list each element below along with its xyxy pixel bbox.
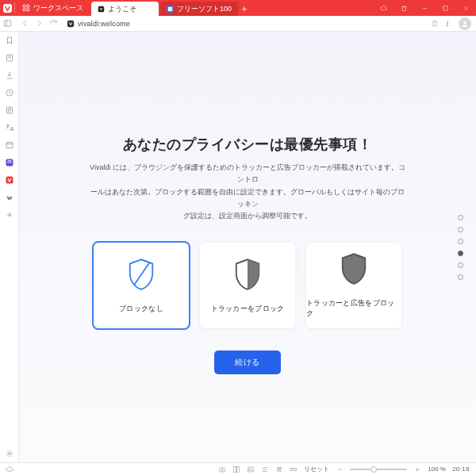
vivaldi-favicon-icon xyxy=(98,6,105,13)
svg-point-12 xyxy=(447,23,447,24)
window-controls xyxy=(414,0,476,16)
images-toggle-icon[interactable] xyxy=(247,465,255,473)
svg-rect-31 xyxy=(280,467,281,471)
svg-rect-1 xyxy=(23,5,25,7)
menu-dots-icon[interactable] xyxy=(441,20,454,28)
shield-full-icon xyxy=(340,252,368,285)
zoom-slider-thumb[interactable] xyxy=(370,466,377,473)
page-indicator[interactable] xyxy=(458,215,463,280)
page-dot[interactable] xyxy=(458,239,463,244)
history-panel-icon[interactable] xyxy=(4,87,15,98)
status-bar: リセット 100 % 20:18 xyxy=(0,462,476,475)
profile-avatar[interactable] xyxy=(454,17,476,30)
svg-point-14 xyxy=(463,21,466,24)
page-dot[interactable] xyxy=(458,215,463,220)
window-panel-icon[interactable] xyxy=(4,140,15,151)
add-panel-button[interactable] xyxy=(4,209,15,220)
tab-strip: ようこそ フリーソフト100 ＋ xyxy=(91,0,373,16)
trash-icon[interactable] xyxy=(393,0,414,16)
bookmark-button[interactable] xyxy=(428,20,441,28)
tab-label: ようこそ xyxy=(108,4,136,14)
card-block-none[interactable]: ブロックなし xyxy=(94,243,189,328)
shield-half-icon xyxy=(233,258,262,291)
zoom-out-button[interactable] xyxy=(336,465,344,473)
zoom-in-button[interactable] xyxy=(413,465,421,473)
back-button[interactable] xyxy=(17,19,32,28)
workspace-label: ワークスペース xyxy=(33,3,83,13)
page-actions-icon[interactable] xyxy=(261,465,269,473)
svg-rect-7 xyxy=(168,6,172,10)
card-block-trackers-ads[interactable]: トラッカーと広告をブロック xyxy=(306,243,401,328)
ruler-icon[interactable] xyxy=(290,465,298,473)
tiling-icon[interactable] xyxy=(232,465,240,473)
zoom-value: 100 % xyxy=(428,465,446,473)
svg-rect-10 xyxy=(67,20,74,26)
page-dot[interactable] xyxy=(458,274,463,280)
side-panel: W xyxy=(0,32,19,462)
page-dot[interactable] xyxy=(458,262,463,268)
sync-cloud-icon[interactable] xyxy=(373,0,393,16)
svg-point-13 xyxy=(447,25,447,25)
minimize-button[interactable] xyxy=(414,0,435,16)
settings-panel-icon[interactable] xyxy=(4,448,15,459)
zoom-reset-label[interactable]: リセット xyxy=(304,465,329,473)
panel-toggle-button[interactable] xyxy=(0,19,14,28)
close-button[interactable] xyxy=(455,0,476,16)
svg-rect-5 xyxy=(98,6,105,12)
svg-rect-9 xyxy=(4,21,10,26)
welcome-description: Vivaldi には、ブラウジングを保護するためのトラッカーと広告ブロッカーが搭… xyxy=(89,162,406,222)
clock[interactable]: 20:18 xyxy=(452,465,470,473)
address-bar: vivaldi:welcome xyxy=(0,16,476,32)
tab-welcome[interactable]: ようこそ xyxy=(91,2,159,16)
card-label: トラッカーと広告をブロック xyxy=(306,298,401,319)
svg-point-29 xyxy=(249,468,250,469)
vivaldi-logo-icon[interactable] xyxy=(0,0,14,16)
tab-freesoft100[interactable]: フリーソフト100 xyxy=(160,2,238,16)
svg-text:W: W xyxy=(6,195,12,201)
welcome-heading: あなたのプライバシーは最優先事項！ xyxy=(123,135,373,154)
svg-rect-26 xyxy=(234,466,236,472)
page-content: あなたのプライバシーは最優先事項！ Vivaldi には、ブラウジングを保護する… xyxy=(19,32,476,462)
translate-panel-icon[interactable] xyxy=(4,122,15,133)
wikipedia-panel-icon[interactable]: W xyxy=(4,192,15,203)
site-favicon-icon xyxy=(167,6,174,13)
url-field[interactable]: vivaldi:welcome xyxy=(63,20,428,28)
page-dot[interactable] xyxy=(458,227,463,232)
new-tab-button[interactable]: ＋ xyxy=(238,2,251,16)
titlebar: ワークスペース ようこそ フリーソフト100 ＋ xyxy=(0,0,476,16)
svg-rect-30 xyxy=(278,467,278,471)
svg-point-25 xyxy=(221,469,224,471)
downloads-panel-icon[interactable] xyxy=(4,70,15,81)
sync-status-icon[interactable] xyxy=(0,465,19,473)
forward-button[interactable] xyxy=(32,19,46,28)
reload-button[interactable] xyxy=(46,19,60,28)
svg-rect-4 xyxy=(27,9,29,11)
tab-label: フリーソフト100 xyxy=(177,4,232,14)
notes-panel-icon[interactable] xyxy=(4,105,15,116)
url-text: vivaldi:welcome xyxy=(78,20,130,28)
site-identity-icon xyxy=(67,20,75,28)
zoom-slider[interactable] xyxy=(350,469,407,470)
svg-rect-2 xyxy=(27,5,29,7)
continue-button[interactable]: 続ける xyxy=(214,351,281,374)
mastodon-panel-icon[interactable] xyxy=(4,157,15,168)
privacy-option-cards: ブロックなし トラッカーをブロック トラッカーと広告をブロック xyxy=(94,243,401,328)
break-mode-icon[interactable] xyxy=(275,465,283,473)
svg-rect-24 xyxy=(220,467,225,471)
svg-rect-27 xyxy=(237,466,240,472)
card-block-trackers[interactable]: トラッカーをブロック xyxy=(200,243,295,328)
shield-none-icon xyxy=(127,258,155,291)
svg-rect-18 xyxy=(6,143,13,148)
reading-list-panel-icon[interactable] xyxy=(4,52,15,63)
capture-icon[interactable] xyxy=(218,465,226,473)
svg-rect-8 xyxy=(443,6,447,10)
bookmarks-panel-icon[interactable] xyxy=(4,35,15,46)
svg-rect-32 xyxy=(291,468,298,470)
svg-point-11 xyxy=(447,21,447,21)
svg-line-23 xyxy=(134,262,150,285)
svg-rect-3 xyxy=(23,9,25,11)
page-dot-active[interactable] xyxy=(458,251,463,256)
maximize-button[interactable] xyxy=(435,0,455,16)
workspace-switcher[interactable]: ワークスペース xyxy=(14,0,91,16)
vivaldi-panel-icon[interactable] xyxy=(4,174,15,186)
